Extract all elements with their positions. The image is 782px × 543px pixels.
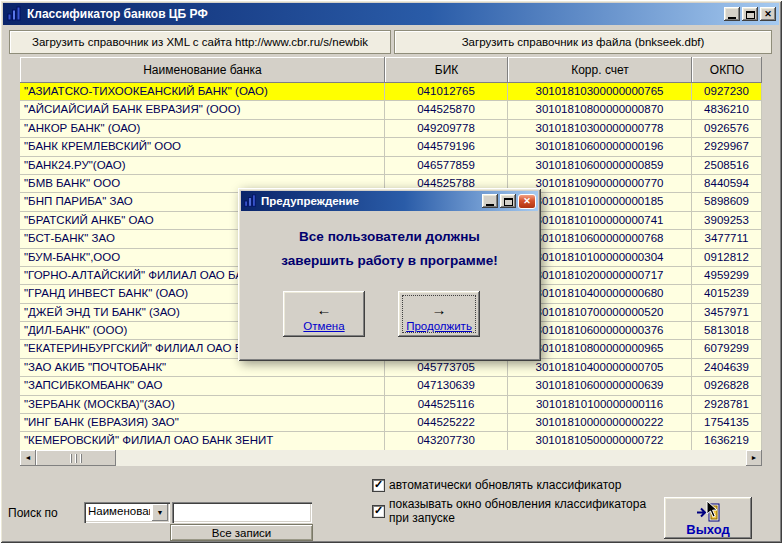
column-header-okpo[interactable]: ОКПО bbox=[692, 57, 762, 83]
table-row[interactable]: "АНКОР БАНК" (ОАО)0492097783010181030000… bbox=[20, 120, 762, 138]
table-row[interactable]: "АЙСИАЙСИАЙ БАНК ЕВРАЗИЯ" (ООО)044525870… bbox=[20, 101, 762, 119]
cell-bik: 046577859 bbox=[385, 157, 508, 175]
cell-okpo: 2929967 bbox=[692, 138, 762, 156]
cell-name: "АЗИАТСКО-ТИХООКЕАНСКИЙ БАНК" (ОАО) bbox=[20, 83, 385, 101]
minimize-button[interactable] bbox=[724, 7, 740, 21]
cell-okpo: 4959299 bbox=[692, 267, 762, 285]
cell-okpo: 0926828 bbox=[692, 377, 762, 395]
search-field-value: Наименовани bbox=[88, 505, 150, 517]
cell-bik: 044525222 bbox=[385, 414, 508, 432]
show-window-label: показывать окно обновления классификатор… bbox=[389, 497, 653, 525]
dialog-controls: ✕ bbox=[482, 194, 536, 209]
cell-okpo: 4836210 bbox=[692, 101, 762, 119]
cell-corr: 30101810500000000722 bbox=[508, 432, 692, 450]
scroll-left-icon[interactable]: ◄ bbox=[20, 450, 36, 466]
cell-okpo: 8440594 bbox=[692, 175, 762, 193]
cancel-button-label: Отмена bbox=[283, 320, 365, 332]
table-row[interactable]: "АЗИАТСКО-ТИХООКЕАНСКИЙ БАНК" (ОАО)04101… bbox=[20, 83, 762, 101]
check-icon: ✓ bbox=[374, 504, 383, 517]
exit-button-label: Выход bbox=[664, 522, 752, 537]
cell-corr: 30101810600000000639 bbox=[508, 377, 692, 395]
cell-bik: 049209778 bbox=[385, 120, 508, 138]
scroll-right-icon[interactable]: ► bbox=[746, 450, 762, 466]
continue-button[interactable]: → Продолжить bbox=[398, 291, 480, 337]
table-row[interactable]: "ЗАПСИБКОМБАНК" ОАО047130639301018106000… bbox=[20, 377, 762, 395]
cell-corr: 30101810400000000705 bbox=[508, 359, 692, 377]
window-controls: ✕ bbox=[724, 7, 776, 21]
cell-bik: 047130639 bbox=[385, 377, 508, 395]
cell-bik: 044525870 bbox=[385, 101, 508, 119]
table-row[interactable]: "ЗАО АКИБ "ПОЧТОБАНК"0457737053010181040… bbox=[20, 359, 762, 377]
auto-update-label: автоматически обновлять классификатор bbox=[389, 478, 621, 492]
maximize-icon bbox=[746, 11, 755, 19]
load-xml-button[interactable]: Загрузить справочник из XML с сайта http… bbox=[9, 30, 391, 54]
show-window-checkbox[interactable]: ✓ bbox=[372, 505, 385, 518]
dialog-message-line2: завершить работу в программе! bbox=[238, 249, 541, 273]
cell-bik: 044579196 bbox=[385, 138, 508, 156]
column-header-bik[interactable]: БИК bbox=[385, 57, 508, 83]
all-records-button[interactable]: Все записи bbox=[170, 524, 313, 541]
dialog-minimize-button[interactable] bbox=[482, 194, 498, 208]
exit-button[interactable]: Выход bbox=[664, 497, 752, 539]
cell-okpo: 0912812 bbox=[692, 249, 762, 267]
dialog-titlebar[interactable]: Предупреждение ✕ bbox=[241, 191, 538, 211]
column-header-corr[interactable]: Корр. счет bbox=[508, 57, 692, 83]
cell-corr: 30101810600000000859 bbox=[508, 157, 692, 175]
cell-okpo: 0927230 bbox=[692, 83, 762, 101]
cell-name: "КЕМЕРОВСКИЙ" ФИЛИАЛ ОАО БАНК ЗЕНИТ bbox=[20, 432, 385, 450]
dialog-maximize-button[interactable] bbox=[500, 194, 516, 208]
cell-name: "БАНК КРЕМЛЕВСКИЙ" ООО bbox=[20, 138, 385, 156]
cell-okpo: 3457971 bbox=[692, 304, 762, 322]
arrow-left-icon: ← bbox=[283, 302, 365, 317]
cell-corr: 30101810000000000222 bbox=[508, 414, 692, 432]
close-button[interactable]: ✕ bbox=[760, 7, 776, 21]
cell-bik: 041012765 bbox=[385, 83, 508, 101]
exit-door-icon bbox=[664, 503, 752, 522]
cell-corr: 30101810300000000778 bbox=[508, 120, 692, 138]
dialog-title: Предупреждение bbox=[261, 195, 482, 207]
cancel-button[interactable]: ← Отмена bbox=[283, 291, 365, 337]
dialog-message: Все пользователи должны завершить работу… bbox=[238, 225, 541, 273]
load-file-button[interactable]: Загрузить справочник из файла (bnkseek.d… bbox=[394, 30, 772, 54]
cell-corr: 30101810800000000870 bbox=[508, 101, 692, 119]
check-icon: ✓ bbox=[374, 478, 383, 491]
minimize-icon bbox=[486, 204, 494, 206]
table-row[interactable]: "ЗЕРБАНК (МОСКВА)"(ЗАО)04452511630101810… bbox=[20, 396, 762, 414]
titlebar[interactable]: Классификатор банков ЦБ РФ ✕ bbox=[3, 3, 779, 25]
window-title: Классификатор банков ЦБ РФ bbox=[27, 7, 724, 21]
auto-update-checkbox[interactable]: ✓ bbox=[372, 479, 385, 492]
cell-bik: 045773705 bbox=[385, 359, 508, 377]
column-header-name[interactable]: Наименование банка bbox=[20, 57, 385, 83]
scrollbar-thumb[interactable] bbox=[36, 450, 116, 466]
close-icon: ✕ bbox=[523, 196, 531, 206]
close-icon: ✕ bbox=[760, 8, 776, 21]
cell-okpo: 2404639 bbox=[692, 359, 762, 377]
cell-okpo: 0926576 bbox=[692, 120, 762, 138]
search-input[interactable] bbox=[172, 502, 312, 523]
search-by-label: Поиск по bbox=[8, 506, 58, 520]
maximize-button[interactable] bbox=[742, 7, 758, 21]
cell-okpo: 1754135 bbox=[692, 414, 762, 432]
table-row[interactable]: "БАНК КРЕМЛЕВСКИЙ" ООО044579196301018106… bbox=[20, 138, 762, 156]
horizontal-scrollbar[interactable]: ◄ ► bbox=[20, 450, 762, 466]
table-header: Наименование банка БИК Корр. счет ОКПО bbox=[20, 57, 762, 83]
cell-name: "АЙСИАЙСИАЙ БАНК ЕВРАЗИЯ" (ООО) bbox=[20, 101, 385, 119]
cell-name: "ИНГ БАНК (ЕВРАЗИЯ) ЗАО" bbox=[20, 414, 385, 432]
cell-okpo: 6079299 bbox=[692, 340, 762, 358]
app-icon bbox=[6, 6, 22, 22]
table-row[interactable]: "КЕМЕРОВСКИЙ" ФИЛИАЛ ОАО БАНК ЗЕНИТ04320… bbox=[20, 432, 762, 450]
cell-bik: 044525116 bbox=[385, 396, 508, 414]
search-field-select[interactable]: Наименовани ▼ bbox=[84, 502, 170, 523]
cell-okpo: 1636219 bbox=[692, 432, 762, 450]
arrow-right-icon: → bbox=[398, 302, 480, 317]
table-row[interactable]: "ИНГ БАНК (ЕВРАЗИЯ) ЗАО"0445252223010181… bbox=[20, 414, 762, 432]
minimize-icon bbox=[728, 17, 736, 19]
cell-name: "ЗАПСИБКОМБАНК" ОАО bbox=[20, 377, 385, 395]
cell-corr: 30101810600000000196 bbox=[508, 138, 692, 156]
dialog-close-button[interactable]: ✕ bbox=[518, 194, 536, 209]
table-row[interactable]: "БАНК24.РУ"(ОАО)046577859301018106000000… bbox=[20, 157, 762, 175]
cell-okpo: 3477711 bbox=[692, 230, 762, 248]
cell-name: "БАНК24.РУ"(ОАО) bbox=[20, 157, 385, 175]
cell-name: "АНКОР БАНК" (ОАО) bbox=[20, 120, 385, 138]
dropdown-arrow-icon[interactable]: ▼ bbox=[152, 504, 168, 521]
